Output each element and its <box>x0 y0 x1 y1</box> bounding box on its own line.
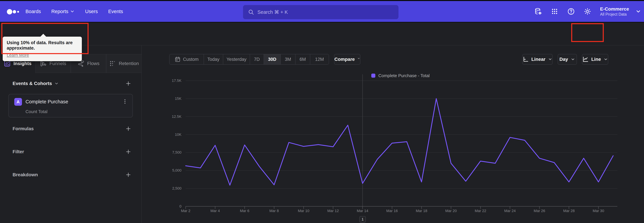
search-input[interactable]: Search ⌘ + K <box>243 5 398 19</box>
nav-item-reports[interactable]: Reports <box>51 9 75 14</box>
y-axis-label: 0 <box>156 204 182 208</box>
x-axis-label: Mar 14 <box>351 209 374 213</box>
line-chart[interactable]: 02,5005,0007,50010K12.5K15K17.5K Mar 2Ma… <box>142 45 644 223</box>
breakdown-section: Breakdown <box>12 171 131 178</box>
tab-label: Flows <box>87 61 100 66</box>
formulas-label: Formulas <box>12 126 34 131</box>
events-cohorts-header: Events & Cohorts <box>12 80 131 87</box>
y-axis-label: 5,000 <box>156 168 182 173</box>
project-name: E-Commerce <box>600 6 629 12</box>
x-axis-label: Mar 10 <box>292 209 315 213</box>
x-axis-label: Mar 24 <box>498 209 522 213</box>
tooltip-message: Using 10% of data. Results are approxima… <box>7 40 78 51</box>
filter-section: Filter <box>12 148 131 155</box>
y-axis-label: 15K <box>156 96 182 101</box>
y-axis-label: 7,500 <box>156 150 182 155</box>
data-management-icon[interactable] <box>534 8 542 15</box>
event-metric[interactable]: Count Total <box>26 109 48 114</box>
y-axis-label: 12.5K <box>156 115 182 119</box>
tab-label: Retention <box>119 61 139 66</box>
x-axis-label: Mar 28 <box>557 209 580 213</box>
retention-icon <box>109 60 116 67</box>
x-axis-label: Mar 16 <box>380 209 404 213</box>
top-nav: Boards Reports Users Events Search ⌘ + K… <box>0 1 644 23</box>
event-letter-badge: A <box>14 98 22 106</box>
project-chevron-icon[interactable] <box>636 9 641 14</box>
nav-item-users[interactable]: Users <box>85 9 98 14</box>
nav-item-boards[interactable]: Boards <box>26 9 41 14</box>
x-axis-label: Mar 26 <box>528 209 551 213</box>
help-icon[interactable] <box>567 8 575 15</box>
event-name[interactable]: Complete Purchase <box>26 99 68 104</box>
mixpanel-logo-icon[interactable] <box>7 9 21 15</box>
tab-retention[interactable]: Retention <box>106 54 142 73</box>
event-menu-icon[interactable] <box>122 98 128 105</box>
pagination-page-1[interactable]: 1 <box>360 216 366 222</box>
report-title-bar: Untitled Sampled + Add description... Sa… <box>0 23 644 45</box>
formulas-section: Formulas <box>12 125 131 133</box>
project-scope: All Project Data <box>600 12 629 17</box>
add-breakdown-button[interactable] <box>125 172 131 178</box>
events-cohorts-label[interactable]: Events & Cohorts <box>12 81 59 86</box>
tab-label: Funnels <box>50 61 66 66</box>
x-axis-label: Mar 20 <box>439 209 463 213</box>
add-filter-button[interactable] <box>125 149 131 155</box>
x-axis-label: Mar 12 <box>321 209 345 213</box>
x-axis-label: Mar 4 <box>204 209 227 213</box>
learn-more-link[interactable]: Learn More <box>7 53 29 58</box>
x-axis-label: Mar 18 <box>410 209 433 213</box>
chart-panel: CustomTodayYesterday7D30D3M6M12M Compare… <box>142 45 644 223</box>
settings-gear-icon[interactable] <box>584 8 591 15</box>
search-icon <box>248 9 254 15</box>
chevron-down-icon <box>70 9 75 14</box>
x-axis-label: Mar 6 <box>233 209 256 213</box>
tab-label: Insights <box>14 61 31 66</box>
x-axis-label: Mar 2 <box>174 209 198 213</box>
primary-nav: Boards Reports Users Events <box>26 1 123 22</box>
breakdown-label: Breakdown <box>12 172 38 177</box>
y-axis-label: 17.5K <box>156 78 182 83</box>
add-formula-button[interactable] <box>125 126 131 132</box>
nav-item-events[interactable]: Events <box>108 9 123 14</box>
x-axis-label: Mar 8 <box>262 209 286 213</box>
project-switcher[interactable]: E-Commerce All Project Data <box>600 6 629 17</box>
sampling-tooltip: Using 10% of data. Results are approxima… <box>3 37 82 61</box>
filter-label: Filter <box>12 149 24 154</box>
event-card-complete-purchase[interactable]: A Complete Purchase Count Total <box>8 94 133 118</box>
nav-utility-icons: E-Commerce All Project Data <box>534 1 641 22</box>
y-axis-label: 10K <box>156 133 182 137</box>
add-event-button[interactable] <box>125 80 131 86</box>
apps-grid-icon[interactable] <box>551 8 558 15</box>
search-placeholder: Search ⌘ + K <box>258 9 288 15</box>
x-axis-label: Mar 30 <box>587 209 610 213</box>
chevron-down-icon <box>54 81 59 86</box>
y-axis-label: 2,500 <box>156 186 182 191</box>
x-axis-label: Mar 22 <box>469 209 492 213</box>
query-builder-sidebar: Insights Funnels Flows Retention Events … <box>0 45 142 223</box>
